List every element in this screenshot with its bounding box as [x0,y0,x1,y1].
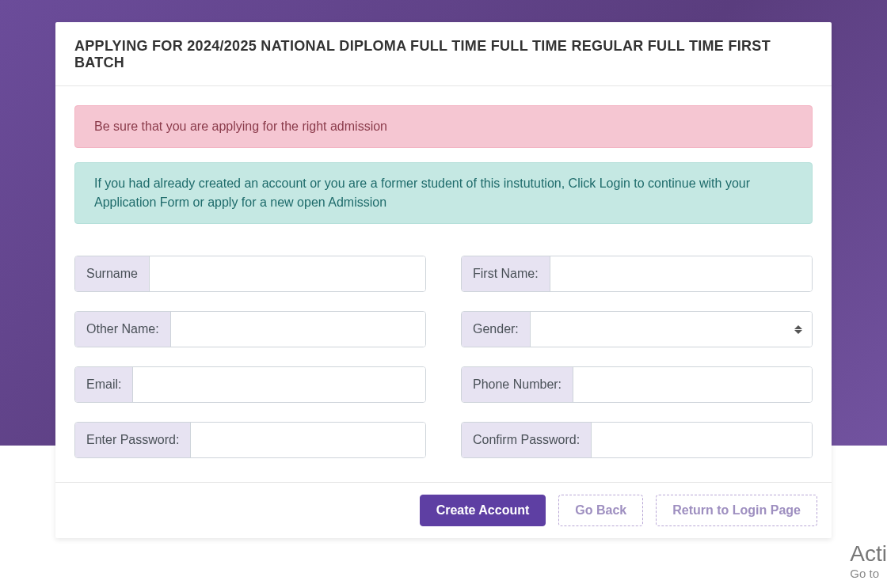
email-group: Email: [74,366,426,403]
page-title: APPLYING FOR 2024/2025 NATIONAL DIPLOMA … [74,38,813,71]
form-grid: Surname First Name: Other Name: Gender: [74,256,813,458]
confirm-password-label: Confirm Password: [462,423,592,457]
warning-alert: Be sure that you are applying for the ri… [74,105,813,148]
password-input[interactable] [191,423,425,457]
confirm-password-input[interactable] [592,423,812,457]
info-alert: If you had already created an account or… [74,162,813,224]
email-input[interactable] [133,367,425,402]
windows-activation-watermark: Acti Go to [850,541,887,580]
othername-group: Other Name: [74,311,426,347]
password-label: Enter Password: [75,423,191,457]
phone-input[interactable] [573,367,812,402]
gender-group: Gender: [461,311,813,347]
gender-label: Gender: [462,312,531,347]
application-card: APPLYING FOR 2024/2025 NATIONAL DIPLOMA … [55,22,832,538]
surname-label: Surname [75,256,150,291]
go-back-button[interactable]: Go Back [558,495,643,526]
firstname-label: First Name: [462,256,550,291]
card-body: Be sure that you are applying for the ri… [55,86,832,482]
email-label: Email: [75,367,133,402]
phone-label: Phone Number: [462,367,573,402]
return-login-button[interactable]: Return to Login Page [656,495,817,526]
surname-group: Surname [74,256,426,292]
firstname-group: First Name: [461,256,813,292]
phone-group: Phone Number: [461,366,813,403]
firstname-input[interactable] [550,256,812,291]
confirm-password-group: Confirm Password: [461,422,813,458]
card-footer: Create Account Go Back Return to Login P… [55,482,832,538]
surname-input[interactable] [150,256,425,291]
othername-input[interactable] [171,312,425,347]
watermark-sub: Go to [850,567,887,580]
password-group: Enter Password: [74,422,426,458]
othername-label: Other Name: [75,312,171,347]
gender-select[interactable] [531,312,812,347]
card-header: APPLYING FOR 2024/2025 NATIONAL DIPLOMA … [55,22,832,86]
create-account-button[interactable]: Create Account [420,495,546,526]
watermark-title: Acti [850,541,887,567]
